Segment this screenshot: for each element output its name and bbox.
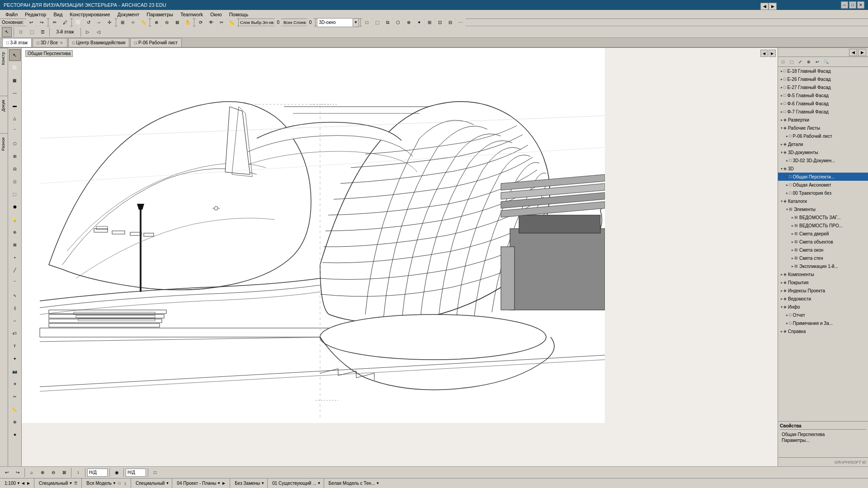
arrow-select-tool[interactable]: ↖ [2, 27, 12, 37]
panel-label-dokum[interactable]: Докум [0, 96, 8, 115]
tab-scroll-right[interactable]: ▶ [769, 3, 777, 10]
tree-item-17[interactable]: ▾⊞Элементы [778, 205, 868, 213]
rotate-tool[interactable]: ↺ [84, 18, 94, 28]
panel-label-konstr[interactable]: Констр [0, 48, 8, 69]
maximize-button[interactable]: □ [849, 1, 856, 9]
tool-s2[interactable]: ⬚ [27, 27, 37, 37]
tree-item-7[interactable]: ▾◈Рабочие Листы [778, 124, 868, 132]
pan-tool[interactable]: ✋ [183, 18, 193, 28]
left-tool-column[interactable]: ▩ [9, 75, 21, 86]
grid-tool[interactable]: ⊞ [118, 18, 127, 28]
left-tool-shell[interactable]: ⌒ [9, 125, 21, 137]
tree-item-11[interactable]: ▸□3D-02 3D-Докумен... [778, 156, 868, 164]
menu-item-7[interactable]: Окно [207, 11, 226, 18]
tree-item-6[interactable]: ▸◈Развертки [778, 116, 868, 124]
menu-item-0[interactable]: Файл [2, 11, 21, 18]
left-tool-camera[interactable]: 📷 [9, 366, 21, 377]
view3d-btn9[interactable]: ⊟ [445, 18, 455, 28]
left-tool-ie[interactable]: ⊕ [9, 416, 21, 428]
tree-item-21[interactable]: ▸⊞Смета объектов [778, 238, 868, 246]
left-tool-dim[interactable]: ↔ [9, 315, 21, 327]
bt-btn4[interactable]: ⊕ [38, 468, 47, 478]
zoom-fit-tool[interactable]: ⊠ [172, 18, 182, 28]
menu-item-5[interactable]: Параметры [143, 11, 177, 18]
tab-tsentr[interactable]: □ Центр Взаимодействия [68, 38, 129, 47]
viewport[interactable]: Общая Перспектива [22, 48, 778, 466]
tree-item-5[interactable]: ▸□Ф-7 Главный Фасад [778, 108, 868, 116]
bt-btn2[interactable]: ↪ [13, 468, 23, 478]
left-tool-star[interactable]: ★ [9, 429, 21, 441]
status-graphic[interactable]: Белая Модель с Тен... ▼ [326, 479, 382, 488]
view3d-btn10[interactable]: ⋯ [456, 18, 466, 28]
nav-arrow-right[interactable]: ▶ [769, 50, 776, 57]
tree-item-32[interactable]: ▸◈Справка [778, 327, 868, 335]
left-tool-door[interactable]: ⌸ [9, 176, 21, 188]
rp-nav-btn1[interactable]: ◀ [849, 49, 857, 56]
snap-tool[interactable]: ⊹ [128, 18, 138, 28]
left-tool-line[interactable]: ╱ [9, 264, 21, 276]
tree-item-8[interactable]: ▸□Р-06 Рабочий лист [778, 132, 868, 140]
right-panel-tree[interactable]: ▸□Е-18 Главный Фасад▸□Е-26 Главный Фасад… [778, 67, 868, 421]
tree-item-16[interactable]: ▾◈Каталоги [778, 197, 868, 205]
coord-x-field[interactable] [87, 469, 108, 477]
redo-button[interactable]: ↪ [37, 18, 47, 28]
rp-tool6[interactable]: 🔍 [822, 58, 830, 66]
status-scale-prev[interactable]: ◀ [20, 481, 26, 486]
status-struct-icon[interactable]: ▶ [221, 480, 227, 487]
tree-item-2[interactable]: ▸□Е-27 Главный Фасад [778, 83, 868, 91]
left-tool-stair[interactable]: ⊞ [9, 150, 21, 162]
left-tool-elevation[interactable]: 📐 [9, 404, 21, 415]
status-renovation[interactable]: Без Замены ▼ [232, 479, 268, 488]
bt-btn5[interactable]: ⊖ [48, 468, 58, 478]
minimize-button[interactable]: ─ [841, 1, 848, 9]
tree-item-28[interactable]: ▸◈Ведомости [778, 295, 868, 303]
left-tool-object[interactable]: ⬟ [9, 201, 21, 213]
tree-item-9[interactable]: ▸◈Детали [778, 140, 868, 148]
status-model-icon[interactable]: □ [116, 480, 123, 487]
move-tool[interactable]: ✢ [104, 18, 114, 28]
pencil-tool[interactable]: ✏ [50, 18, 60, 28]
left-tool-morph[interactable]: ⬡ [9, 138, 21, 150]
bt-btn8[interactable]: ◉ [112, 468, 122, 478]
rp-tool2[interactable]: ⬚ [788, 58, 796, 66]
coord-y-field[interactable] [126, 469, 146, 477]
rp-tool3[interactable]: ⤢ [796, 58, 804, 66]
status-layer-combo[interactable]: 01 Существующий ... ▼ [269, 479, 324, 488]
tree-item-27[interactable]: ▸◈Индексы Проекта [778, 286, 868, 295]
menu-item-6[interactable]: Teamwork [177, 11, 207, 18]
view3d-btn2[interactable]: ⬚ [373, 18, 382, 28]
left-tool-text[interactable]: T [9, 340, 21, 352]
status-scale-next[interactable]: ▶ [26, 481, 31, 486]
left-tool-wall[interactable]: ⬜ [9, 62, 21, 74]
view3d-tool[interactable]: 👁 [206, 18, 216, 28]
tree-item-14[interactable]: ▸□Общая Аксономет [778, 181, 868, 189]
tree-item-3[interactable]: ▸□Ф-5 Главный Фасад [778, 91, 868, 99]
elevation-tool[interactable]: 📐 [227, 18, 237, 28]
select-tool[interactable]: ⬜ [73, 18, 83, 28]
menu-item-3[interactable]: Конструирование [66, 11, 113, 18]
left-tool-arrow[interactable]: ↖ [9, 49, 21, 61]
tree-item-20[interactable]: ▸⊞Смета дверей [778, 230, 868, 238]
tool-s3[interactable]: ☰ [38, 27, 47, 37]
tree-item-29[interactable]: ▾◈Инфо [778, 303, 868, 311]
status-view-type[interactable]: Специальный ▼ ☰ [36, 479, 82, 488]
tree-item-18[interactable]: ▸⊞ВЕДОМОСТЬ ЗАГ... [778, 213, 868, 221]
nav-arrow-left[interactable]: ◀ [760, 50, 768, 57]
layers-vsekh-value[interactable]: 0 [307, 18, 314, 28]
left-tool-beam[interactable]: — [9, 87, 21, 99]
tab-3d-etazh[interactable]: □ 3-й этаж [2, 38, 32, 47]
menu-item-4[interactable]: Документ [114, 11, 143, 18]
tree-item-1[interactable]: ▸□Е-26 Главный Фасад [778, 75, 868, 83]
bt-btn6[interactable]: ⊠ [59, 468, 69, 478]
tab-rabochiy[interactable]: □ Р-06 Рабочий лист [130, 38, 181, 47]
left-tool-label[interactable]: 🏷 [9, 328, 21, 339]
tree-item-31[interactable]: ▸□Примечания и За... [778, 319, 868, 327]
left-tool-section[interactable]: ✂ [9, 391, 21, 403]
tree-item-13[interactable]: ▸□Общая Перспекти... [778, 173, 868, 181]
view3d-btn4[interactable]: ⬡ [393, 18, 403, 28]
tool-s1[interactable]: □ [16, 27, 26, 37]
tree-item-10[interactable]: ▾◈3D-документы [778, 148, 868, 156]
left-tool-fill[interactable]: ▪ [9, 252, 21, 263]
tree-item-26[interactable]: ▸◈Покрытия [778, 278, 868, 286]
orbit-tool[interactable]: ⟳ [196, 18, 206, 28]
